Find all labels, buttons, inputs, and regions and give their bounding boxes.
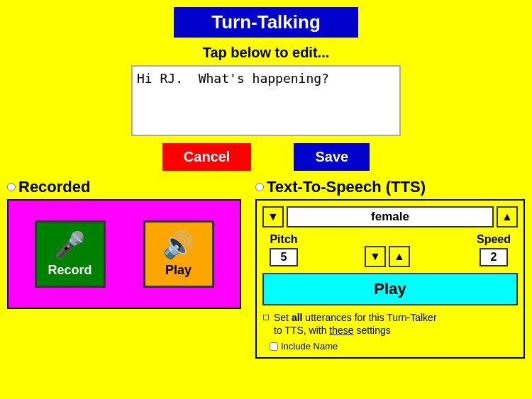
recorded-panel: Recorded 🎤 Record 🔊 Play bbox=[7, 178, 248, 359]
utterances-all: all bbox=[292, 312, 303, 323]
edit-textarea[interactable] bbox=[131, 65, 401, 136]
utterances-text: Set all utterances for this Turn-Talker … bbox=[274, 311, 437, 337]
recorded-label: Recorded bbox=[18, 178, 90, 196]
record-button[interactable]: 🎤 Record bbox=[35, 220, 106, 288]
cancel-button[interactable]: Cancel bbox=[162, 143, 252, 171]
include-name-label: Include Name bbox=[281, 341, 338, 352]
utterances-square-icon: ◻ bbox=[262, 312, 270, 322]
play-tts-button[interactable]: Play bbox=[262, 273, 518, 305]
tts-box: ▼ female ▲ Pitch 5 ▼ ▲ Speed 2 bbox=[255, 199, 525, 359]
pitch-label: Pitch bbox=[270, 233, 297, 246]
tts-radio[interactable] bbox=[255, 183, 264, 191]
set-utterances-row: ◻ Set all utterances for this Turn-Talke… bbox=[262, 311, 518, 337]
speed-label: Speed bbox=[477, 233, 511, 246]
voice-display: female bbox=[287, 206, 494, 227]
include-name-checkbox[interactable] bbox=[270, 342, 278, 351]
app-title: Turn-Talking bbox=[174, 7, 358, 38]
bottom-section: Recorded 🎤 Record 🔊 Play Text-To-Speech … bbox=[0, 178, 532, 359]
tts-label: Text-To-Speech (TTS) bbox=[267, 178, 426, 196]
recorded-box: 🎤 Record 🔊 Play bbox=[7, 199, 241, 309]
pitch-speed-arrows: ▼ ▲ bbox=[365, 246, 410, 267]
play-recorded-button-label: Play bbox=[165, 263, 192, 278]
subtitle: Tap below to edit... bbox=[0, 45, 532, 61]
tts-panel: Text-To-Speech (TTS) ▼ female ▲ Pitch 5 … bbox=[255, 178, 525, 359]
speaker-icon: 🔊 bbox=[162, 230, 194, 260]
pitch-speed-down-button[interactable]: ▼ bbox=[365, 246, 386, 267]
action-buttons: Cancel Save bbox=[0, 143, 532, 171]
include-name-row: Include Name bbox=[270, 341, 518, 352]
mic-icon: 🎤 bbox=[54, 230, 86, 260]
speed-group: Speed 2 bbox=[477, 233, 511, 266]
pitch-value: 5 bbox=[270, 248, 298, 266]
pitch-speed-up-button[interactable]: ▲ bbox=[389, 246, 410, 267]
speed-value: 2 bbox=[480, 248, 508, 266]
voice-row: ▼ female ▲ bbox=[262, 206, 518, 227]
pitch-group: Pitch 5 bbox=[270, 233, 298, 266]
voice-down-button[interactable]: ▼ bbox=[262, 206, 284, 227]
play-recorded-button[interactable]: 🔊 Play bbox=[143, 220, 214, 288]
pitch-speed-row: Pitch 5 ▼ ▲ Speed 2 bbox=[262, 233, 518, 267]
voice-up-button[interactable]: ▲ bbox=[497, 206, 518, 227]
save-button[interactable]: Save bbox=[294, 143, 370, 171]
recorded-radio[interactable] bbox=[7, 183, 16, 191]
utterances-these: these bbox=[329, 325, 353, 336]
record-button-label: Record bbox=[48, 263, 92, 278]
